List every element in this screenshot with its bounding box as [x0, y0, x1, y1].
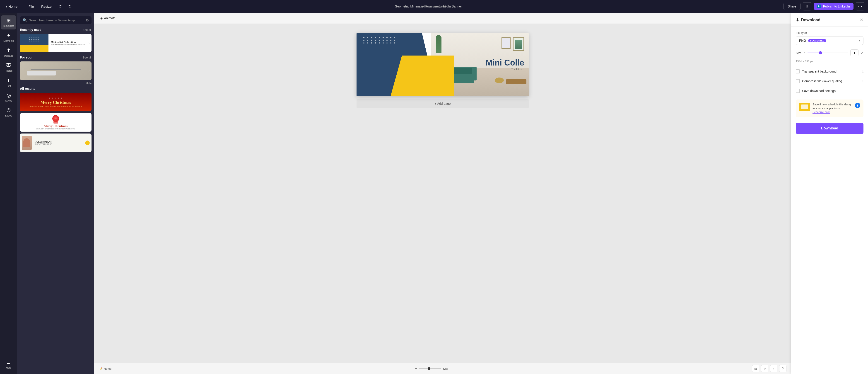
- size-dimensions: 1584 × 396 px: [796, 60, 864, 63]
- search-input[interactable]: [29, 19, 84, 22]
- file-button[interactable]: File: [26, 3, 36, 10]
- animate-button[interactable]: ◈ Animate: [98, 15, 118, 21]
- more-options-button[interactable]: ⋯: [856, 2, 864, 10]
- all-results-header: All results: [20, 87, 92, 90]
- download-button[interactable]: Download: [796, 123, 864, 134]
- share-button[interactable]: Share: [783, 3, 801, 10]
- fullscreen-button[interactable]: ⤢: [761, 365, 768, 372]
- for-you-template-preview: [20, 61, 92, 80]
- size-x-label: ×: [804, 51, 805, 54]
- expand-size-icon[interactable]: ⤢: [861, 51, 864, 55]
- text-icon: T: [7, 78, 10, 83]
- sidebar-item-styles[interactable]: ◎ Styles: [1, 90, 16, 104]
- sidebar-item-photos[interactable]: 🖼 Photos: [1, 60, 16, 74]
- separator: |: [23, 4, 24, 9]
- home-button[interactable]: ‹ Home: [4, 3, 20, 10]
- template-title: Minimalist Collection: [51, 41, 89, 44]
- download-title: Download: [801, 18, 820, 23]
- xmas-template-card-1[interactable]: ✦ ✦ ✦ ✦ ✦ Merry Christmas SEASON GREETIN…: [20, 93, 92, 111]
- home-label: Home: [8, 4, 18, 8]
- transparent-bg-row: Transparent background ℹ: [796, 67, 864, 77]
- topbar-right-actions: Share ⬇ in Publish to LinkedIn ⋯: [783, 2, 864, 10]
- add-page-button[interactable]: + Add page: [356, 99, 529, 108]
- elements-icon: ✦: [6, 33, 11, 38]
- templates-label: Templates: [3, 25, 14, 27]
- blogger-template-card[interactable]: JULIA ROSENT BEAUTY BLOGGER: [20, 134, 92, 152]
- suggested-badge: SUGGESTED: [808, 39, 826, 42]
- transparent-bg-checkbox[interactable]: [796, 69, 800, 74]
- publish-button[interactable]: in Publish to LinkedIn: [814, 3, 854, 10]
- grid-view-button[interactable]: ⊡: [752, 365, 759, 372]
- recently-used-card[interactable]: Minimalist Collection The latest collect…: [20, 34, 92, 52]
- download-icon-button[interactable]: ⬇: [803, 2, 811, 10]
- recently-used-see-all[interactable]: See all: [83, 28, 92, 31]
- sidebar-item-logos[interactable]: © Logos: [1, 105, 16, 119]
- chevron-down-icon: ▾: [859, 39, 860, 42]
- photos-icon: 🖼: [6, 63, 11, 68]
- template-dots-area: [20, 34, 49, 45]
- xmas-preview-1: ✦ ✦ ✦ ✦ ✦ Merry Christmas SEASON GREETIN…: [20, 93, 92, 111]
- size-label: Size: [796, 51, 801, 55]
- sidebar-item-templates[interactable]: ⊞ Templates: [1, 16, 16, 29]
- recently-used-title: Recently used: [20, 28, 41, 31]
- file-type-selector[interactable]: PNG SUGGESTED ▾: [796, 36, 864, 45]
- help-button[interactable]: ?: [779, 365, 786, 372]
- hide-panel-label[interactable]: Hide: [86, 82, 92, 85]
- template-yellow-section: [20, 45, 49, 52]
- for-you-template-image: [20, 61, 92, 80]
- redo-button[interactable]: ↻: [66, 2, 73, 10]
- sidebar-item-elements[interactable]: ✦ Elements: [1, 30, 16, 45]
- bottom-right-controls: ⊡ ⤢ ✓ ?: [752, 365, 786, 372]
- for-you-card[interactable]: ›: [20, 61, 92, 80]
- filter-icon[interactable]: ⚙: [86, 18, 89, 23]
- undo-button[interactable]: ↺: [57, 2, 64, 10]
- close-panel-button[interactable]: ✕: [860, 17, 864, 23]
- schedule-promo: Save time – schedule this design to your…: [796, 99, 864, 117]
- file-type-name: PNG: [799, 39, 806, 42]
- zoom-slider[interactable]: [418, 368, 441, 369]
- more-label: More: [6, 366, 11, 369]
- promo-content: Save time – schedule this design to your…: [812, 103, 852, 114]
- animate-label: Animate: [104, 16, 116, 20]
- schedule-now-link[interactable]: Schedule now.: [812, 111, 830, 114]
- dots-overlay: [363, 37, 396, 44]
- for-you-see-all[interactable]: See all: [83, 56, 92, 59]
- panel-title: ⬇ Download: [796, 18, 820, 23]
- download-icon: ⬇: [796, 18, 799, 23]
- check-button[interactable]: ✓: [770, 365, 777, 372]
- left-sidebar: ⊞ Templates ✦ Elements ⬆ Uploads 🖼 Photo…: [0, 13, 17, 374]
- uploads-label: Uploads: [4, 54, 13, 57]
- xmas-template-card-2[interactable]: Merry Christmas WARMEST GREETINGS OF THI…: [20, 113, 92, 132]
- save-settings-checkbox[interactable]: [796, 89, 800, 93]
- text-label: Text: [6, 84, 11, 87]
- banner-text-area: Mini Colle The latest c: [486, 59, 524, 70]
- search-icon: 🔍: [23, 18, 27, 23]
- design-canvas[interactable]: Mini Colle The latest c: [356, 33, 529, 96]
- chevron-left-icon: ‹: [6, 4, 7, 8]
- search-bar: 🔍 ⚙: [20, 16, 92, 24]
- zoom-out-icon[interactable]: −: [415, 367, 417, 371]
- template-dots-grid: [29, 37, 39, 41]
- file-type-left: PNG SUGGESTED: [799, 39, 826, 42]
- compress-file-checkbox[interactable]: [796, 79, 800, 83]
- transparent-bg-label: Transparent background: [802, 69, 837, 73]
- facebook-icon: f: [855, 103, 860, 108]
- sidebar-item-more[interactable]: ••• More: [1, 359, 16, 371]
- notes-button[interactable]: 📝 Notes: [99, 367, 112, 370]
- resize-button[interactable]: Resize: [39, 3, 54, 10]
- info-icon-compress: ℹ: [862, 79, 864, 83]
- for-you-title: For you: [20, 56, 31, 59]
- size-slider[interactable]: [808, 53, 848, 53]
- promo-thumbnail: [799, 103, 810, 111]
- info-icon-transparent: ℹ: [862, 69, 864, 73]
- zoom-value: 62%: [443, 367, 448, 370]
- canvas-scroll[interactable]: Mini Colle The latest c + Add page: [94, 24, 791, 363]
- canvas-selection-top: [356, 33, 529, 33]
- panel-body: File type PNG SUGGESTED ▾ Size × 1 ⤢: [791, 27, 868, 374]
- promo-text: Save time – schedule this design to your…: [812, 103, 852, 114]
- compress-file-label: Compress file (lower quality): [802, 79, 842, 83]
- sidebar-item-text[interactable]: T Text: [1, 75, 16, 89]
- sidebar-item-uploads[interactable]: ⬆ Uploads: [1, 45, 16, 59]
- publish-label: Publish to LinkedIn: [823, 4, 850, 8]
- zoom-thumb: [428, 367, 430, 370]
